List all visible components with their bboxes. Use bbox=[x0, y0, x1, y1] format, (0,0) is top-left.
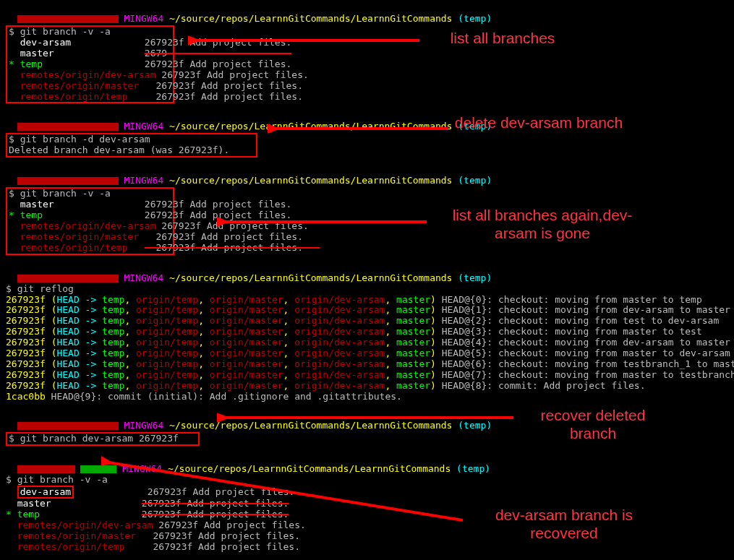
reflog-row: 267923f (HEAD -> temp, origin/temp, orig… bbox=[6, 337, 728, 348]
branch-row: * temp 267923f Add project files. bbox=[9, 210, 171, 221]
branch-list-2: master 267923f Add project files.* temp … bbox=[9, 199, 171, 254]
reflog-row: 267923f (HEAD -> temp, origin/temp, orig… bbox=[6, 359, 728, 370]
box-recover-branch: $ git branch dev-arsam 267923f bbox=[6, 432, 200, 446]
branch-row: remotes/origin/temp 267923f Add project … bbox=[9, 243, 171, 254]
cmd-list3: $ git branch -v -a bbox=[6, 475, 728, 486]
prompt-line: MINGW64 ~/source/repos/LearnnGitCommands… bbox=[6, 3, 728, 25]
cmd-delete: $ git branch -d dev-arsam bbox=[9, 134, 255, 145]
reflog-row: 267923f (HEAD -> temp, origin/temp, orig… bbox=[6, 316, 728, 327]
branch-row: remotes/origin/master 267923f Add projec… bbox=[9, 81, 171, 92]
branch-row: * temp 267923f Add project files. bbox=[9, 59, 171, 70]
cmd-recover: $ git branch dev-arsam 267923f bbox=[9, 434, 197, 444]
branch-list-1: dev-arsam 267923f Add project files. mas… bbox=[9, 38, 171, 103]
delete-output: Deleted branch dev-arsam (was 267923f). bbox=[9, 145, 255, 156]
reflog-row: 267923f (HEAD -> temp, origin/temp, orig… bbox=[6, 295, 728, 306]
annotation-recovered: dev-arsam branch is recovered bbox=[463, 506, 665, 542]
cmd-list2: $ git branch -v -a bbox=[9, 189, 171, 199]
branch-row: master 267923f Add project files. bbox=[9, 199, 171, 210]
cmd-list1: $ git branch -v -a bbox=[9, 27, 171, 38]
prompt-line: MINGW64 ~/source/repos/LearnnGitCommands… bbox=[6, 165, 728, 186]
branch-row: remotes/origin/temp 267923f Add project … bbox=[9, 92, 171, 103]
branch-row: remotes/origin/dev-arsam 267923f Add pro… bbox=[9, 221, 171, 232]
box-list-branches-2: $ git branch -v -a master 267923f Add pr… bbox=[6, 187, 174, 255]
prompt-line: MINGW64 ~/source/repos/LearnnGitCommands… bbox=[6, 262, 728, 284]
reflog-row: 267923f (HEAD -> temp, origin/temp, orig… bbox=[6, 327, 728, 337]
reflog-output: 267923f (HEAD -> temp, origin/temp, orig… bbox=[6, 295, 728, 392]
prompt-line: MINGW64 ~/source/repos/LearnnGitCommands… bbox=[6, 453, 728, 475]
branch-row: dev-arsam 267923f Add project files. bbox=[6, 486, 728, 499]
box-delete-branch: $ git branch -d dev-arsam Deleted branch… bbox=[6, 133, 257, 158]
annotation-list-again: list all branches again,dev-arsam is gon… bbox=[434, 206, 651, 242]
branch-row: remotes/origin/temp 267923f Add project … bbox=[6, 542, 728, 553]
box-list-branches-1: $ git branch -v -a dev-arsam 267923f Add… bbox=[6, 25, 174, 104]
reflog-row: 267923f (HEAD -> temp, origin/temp, orig… bbox=[6, 381, 728, 392]
branch-row: dev-arsam 267923f Add project files. bbox=[9, 38, 171, 48]
annotation-delete: delete dev-arsam branch bbox=[452, 113, 626, 132]
reflog-row: 267923f (HEAD -> temp, origin/temp, orig… bbox=[6, 348, 728, 359]
branch-row: remotes/origin/master 267923f Add projec… bbox=[9, 232, 171, 243]
cmd-reflog: $ git reflog bbox=[6, 284, 728, 295]
branch-row: master 2679 bbox=[9, 48, 171, 59]
annotation-recover: recover deleted branch bbox=[521, 406, 665, 442]
branch-row: remotes/origin/dev-arsam 267923f Add pro… bbox=[9, 70, 171, 81]
reflog-last: 1cac0bb HEAD@{9}: commit (initial): Add … bbox=[6, 392, 728, 402]
annotation-list-all: list all branches bbox=[423, 29, 582, 47]
reflog-row: 267923f (HEAD -> temp, origin/temp, orig… bbox=[6, 305, 728, 316]
reflog-row: 267923f (HEAD -> temp, origin/temp, orig… bbox=[6, 370, 728, 381]
